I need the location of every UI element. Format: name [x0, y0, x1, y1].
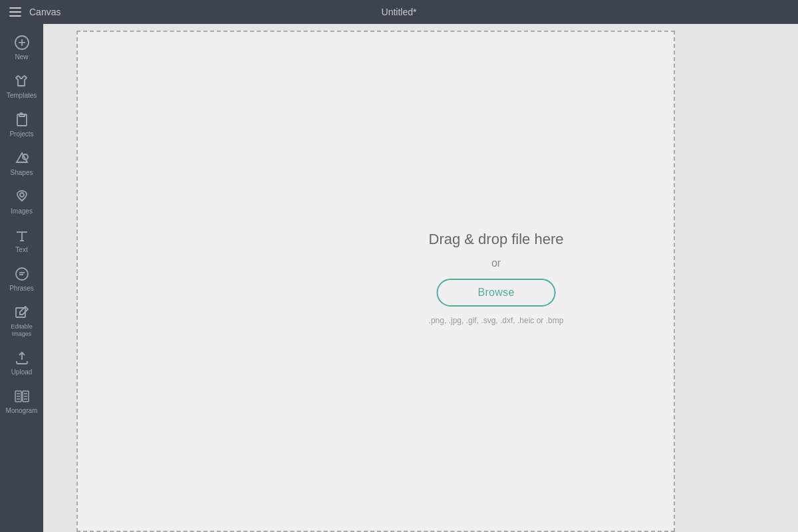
sidebar-item-text-label: Text: [15, 246, 27, 254]
canvas-area[interactable]: Drag & drop file here or Browse .png, .j…: [43, 24, 798, 532]
svg-point-7: [20, 193, 24, 197]
sidebar-item-templates-label: Templates: [7, 92, 37, 100]
svg-rect-4: [19, 114, 25, 116]
sidebar-item-new[interactable]: New: [0, 28, 43, 66]
tshirt-icon: [14, 73, 30, 89]
clipboard-icon: [14, 112, 30, 128]
main-layout: New Templates Projects: [0, 24, 798, 532]
sidebar-item-new-label: New: [15, 53, 28, 61]
sidebar-item-upload-label: Upload: [11, 368, 33, 376]
sidebar-item-monogram-label: Monogram: [6, 407, 38, 415]
sidebar-item-projects[interactable]: Projects: [0, 105, 43, 144]
app-header: Canvas Untitled*: [0, 0, 798, 24]
sidebar-item-projects-label: Projects: [9, 130, 33, 138]
sidebar-item-editable-images[interactable]: Editable Images: [0, 298, 43, 343]
drop-zone-formats: .png, .jpg, .gif, .svg, .dxf, .heic or .…: [429, 316, 564, 325]
document-title[interactable]: Untitled*: [382, 7, 417, 17]
drop-zone[interactable]: Drag & drop file here or Browse .png, .j…: [429, 231, 564, 325]
sidebar-item-shapes-label: Shapes: [11, 169, 33, 177]
monogram-icon: [14, 388, 30, 404]
sidebar-item-upload[interactable]: Upload: [0, 343, 43, 382]
text-icon: [14, 227, 30, 243]
sidebar-item-templates[interactable]: Templates: [0, 66, 43, 105]
plus-circle-icon: [14, 35, 30, 51]
sidebar-item-editable-images-label: Editable Images: [3, 323, 41, 338]
shapes-icon: [14, 150, 30, 166]
speech-icon: [14, 266, 30, 282]
browse-button[interactable]: Browse: [436, 279, 555, 307]
sidebar-item-monogram[interactable]: Monogram: [0, 382, 43, 420]
sidebar-item-phrases-label: Phrases: [9, 285, 34, 293]
sidebar-item-images[interactable]: Images: [0, 182, 43, 221]
canvas-document: [76, 31, 675, 532]
svg-point-11: [16, 268, 28, 280]
drop-zone-text: Drag & drop file here: [429, 231, 564, 248]
edit-image-icon: [14, 305, 30, 321]
sidebar-item-text[interactable]: Text: [0, 221, 43, 259]
upload-icon: [14, 350, 30, 366]
sidebar-item-images-label: Images: [11, 207, 33, 215]
sidebar-item-phrases[interactable]: Phrases: [0, 259, 43, 298]
app-name: Canvas: [29, 7, 61, 17]
sidebar: New Templates Projects: [0, 24, 43, 532]
image-icon: [14, 189, 30, 205]
sidebar-item-shapes[interactable]: Shapes: [0, 144, 43, 182]
drop-zone-or: or: [491, 257, 501, 269]
menu-icon[interactable]: [9, 7, 21, 17]
